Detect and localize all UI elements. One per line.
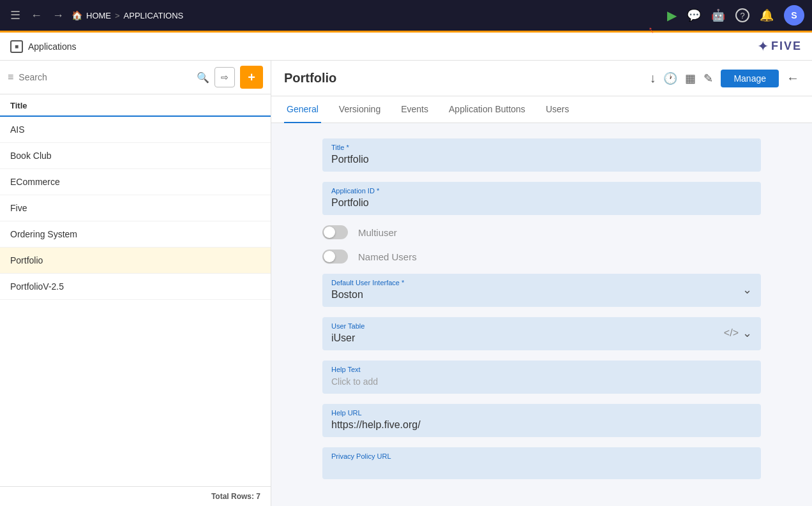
list-item-ais[interactable]: AIS bbox=[0, 117, 271, 143]
user-table-value: iUser bbox=[331, 332, 355, 343]
help-text-field-box[interactable]: Help Text Click to add bbox=[322, 361, 761, 394]
total-rows: Total Rows: 7 bbox=[0, 486, 271, 506]
applications-label[interactable]: APPLICATIONS bbox=[124, 11, 184, 20]
help-url-field-box[interactable]: Help URL https://help.five.org/ bbox=[322, 404, 761, 437]
list-item-portfolio[interactable]: Portfolio bbox=[0, 248, 271, 274]
bot-icon[interactable]: 🤖 bbox=[711, 8, 725, 22]
tab-app-buttons[interactable]: Application Buttons bbox=[446, 96, 528, 123]
title-value: Portfolio bbox=[331, 154, 369, 165]
help-text-field: Help Text Click to add bbox=[322, 361, 761, 394]
help-url-field: Help URL https://help.five.org/ bbox=[322, 404, 761, 437]
app-id-field: Application ID * Portfolio bbox=[322, 182, 761, 215]
bell-icon[interactable]: 🔔 bbox=[760, 8, 774, 22]
right-header: Portfolio ↓ 🕐 ▦ ✎ Manage ← bbox=[271, 61, 812, 96]
default-ui-label: Default User Interface * bbox=[331, 279, 742, 286]
form-area: Title * Portfolio Application ID * Portf… bbox=[271, 123, 812, 506]
multiuser-toggle[interactable] bbox=[322, 225, 348, 239]
home-icon: 🏠 bbox=[71, 10, 82, 20]
user-table-inner: User Table iUser bbox=[331, 322, 724, 344]
filter-icon[interactable]: ≡ bbox=[8, 71, 13, 83]
play-icon[interactable]: ▶ bbox=[667, 8, 677, 23]
page-title: Portfolio bbox=[284, 71, 642, 86]
user-table-field[interactable]: User Table iUser </> ⌄ bbox=[322, 317, 761, 350]
user-table-icons: </> ⌄ bbox=[724, 326, 752, 340]
download-icon[interactable]: ↓ bbox=[649, 71, 656, 86]
title-field-box[interactable]: Title * Portfolio bbox=[322, 138, 761, 172]
avatar[interactable]: S bbox=[784, 5, 804, 26]
privacy-label: Privacy Policy URL bbox=[331, 452, 752, 460]
list-header: Title bbox=[0, 94, 271, 117]
tab-versioning[interactable]: Versioning bbox=[336, 96, 383, 123]
dropdown-arrow-icon: ⌄ bbox=[742, 283, 752, 297]
edit-icon[interactable]: ✎ bbox=[703, 71, 713, 86]
tab-users[interactable]: Users bbox=[543, 96, 572, 123]
copy-icon[interactable]: ▦ bbox=[685, 71, 696, 86]
manage-button[interactable]: Manage bbox=[721, 70, 779, 87]
user-table-label: User Table bbox=[331, 322, 724, 330]
import-button[interactable]: ⇨ bbox=[214, 67, 235, 87]
list-item-portfoliov2[interactable]: PortfolioV-2.5 bbox=[0, 274, 271, 300]
default-ui-inner: Default User Interface * Boston bbox=[331, 279, 742, 301]
app-id-field-box[interactable]: Application ID * Portfolio bbox=[322, 182, 761, 215]
topbar: ☰ ← → 🏠 HOME > APPLICATIONS ▶ 💬 🤖 ? 🔔 S … bbox=[0, 0, 812, 31]
list-item-book-club[interactable]: Book Club bbox=[0, 143, 271, 169]
dropdown-arrow-icon-2: ⌄ bbox=[742, 326, 752, 340]
title-field: Title * Portfolio bbox=[322, 138, 761, 172]
logo-text: FIVE bbox=[771, 40, 802, 53]
app-id-value: Portfolio bbox=[331, 197, 369, 208]
plus-icon: + bbox=[248, 71, 255, 84]
default-ui-value: Boston bbox=[331, 289, 363, 300]
import-icon: ⇨ bbox=[221, 72, 229, 82]
back-button[interactable]: ← bbox=[786, 71, 799, 86]
multiuser-label: Multiuser bbox=[358, 227, 397, 238]
add-button[interactable]: + bbox=[240, 66, 263, 89]
title-label: Title * bbox=[331, 144, 752, 151]
list-item-ecommerce[interactable]: ECommerce bbox=[0, 169, 271, 195]
list-item-five[interactable]: Five bbox=[0, 195, 271, 221]
back-icon[interactable]: ← bbox=[28, 6, 45, 25]
list-item-ordering-system[interactable]: Ordering System bbox=[0, 221, 271, 248]
app-id-label: Application ID * bbox=[331, 187, 752, 195]
search-icon[interactable]: 🔍 bbox=[197, 71, 209, 84]
subheader: ■ Applications ✦ FIVE bbox=[0, 33, 812, 61]
tabs-bar: GeneralVersioningEventsApplication Butto… bbox=[271, 96, 812, 123]
forward-icon[interactable]: → bbox=[50, 6, 66, 25]
list-items: AISBook ClubECommerceFiveOrdering System… bbox=[0, 117, 271, 486]
five-logo: ✦ FIVE bbox=[757, 38, 802, 55]
help-text-label: Help Text bbox=[331, 366, 752, 373]
named-users-row: Named Users bbox=[322, 249, 761, 264]
logo-icon: ✦ bbox=[757, 38, 769, 55]
topbar-right: ▶ 💬 🤖 ? 🔔 S bbox=[667, 5, 804, 26]
home-label[interactable]: HOME bbox=[86, 11, 111, 20]
help-icon[interactable]: ? bbox=[735, 8, 749, 22]
breadcrumb-sep: > bbox=[115, 11, 120, 20]
code-icon[interactable]: </> bbox=[724, 327, 739, 339]
privacy-field: Privacy Policy URL bbox=[322, 447, 761, 479]
left-panel: ≡ 🔍 ⇨ + Title AISBook ClubECommerceFiveO… bbox=[0, 61, 271, 506]
chat-icon[interactable]: 💬 bbox=[687, 8, 701, 22]
breadcrumb: 🏠 HOME > APPLICATIONS bbox=[71, 10, 183, 20]
default-ui-field[interactable]: Default User Interface * Boston ⌄ bbox=[322, 274, 761, 307]
search-bar: ≡ 🔍 ⇨ + bbox=[0, 61, 271, 94]
help-url-value: https://help.five.org/ bbox=[331, 419, 421, 430]
help-url-label: Help URL bbox=[331, 409, 752, 417]
right-panel: Portfolio ↓ 🕐 ▦ ✎ Manage ← GeneralVersio… bbox=[271, 61, 812, 506]
main-layout: ≡ 🔍 ⇨ + Title AISBook ClubECommerceFiveO… bbox=[0, 61, 812, 506]
named-users-toggle[interactable] bbox=[322, 249, 348, 264]
multiuser-row: Multiuser bbox=[322, 225, 761, 239]
privacy-field-box[interactable]: Privacy Policy URL bbox=[322, 447, 761, 479]
subheader-title: Applications bbox=[28, 41, 77, 52]
search-input[interactable] bbox=[19, 72, 192, 82]
menu-icon[interactable]: ☰ bbox=[8, 6, 23, 25]
history-icon[interactable]: 🕐 bbox=[663, 71, 677, 86]
app-grid-icon: ■ bbox=[10, 40, 23, 53]
named-users-label: Named Users bbox=[358, 251, 417, 262]
help-text-value: Click to add bbox=[331, 376, 378, 387]
tab-events[interactable]: Events bbox=[398, 96, 431, 123]
tab-general[interactable]: General bbox=[284, 96, 321, 123]
